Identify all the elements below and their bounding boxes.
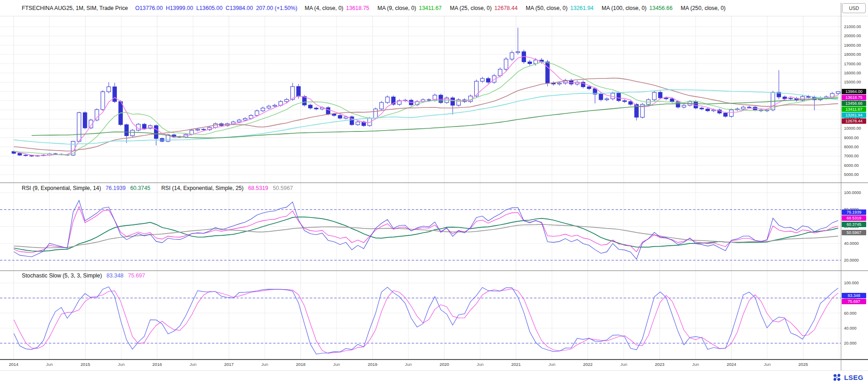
rsi1-signal-value: 60.3745 xyxy=(130,185,150,191)
svg-text:Jun: Jun xyxy=(261,362,268,367)
svg-text:Jun: Jun xyxy=(692,362,699,367)
lseg-logo-icon xyxy=(832,373,842,382)
stoch-d-line xyxy=(14,289,839,353)
rsi2-value: 68.5319 xyxy=(248,185,268,191)
ma50-badge: 13261.94 xyxy=(842,112,866,118)
svg-text:2018: 2018 xyxy=(296,362,305,367)
ma9-badge: 13411.67 xyxy=(842,107,866,112)
last-price-badge: 13984.00 xyxy=(842,89,866,94)
lseg-logo-text: LSEG xyxy=(844,374,863,381)
stoch-d-badge: 75.697 xyxy=(842,299,866,304)
stoch-label: Stochastic Slow (5, 3, 3, Simple) xyxy=(22,272,102,279)
chart-window: FTSECHINA AUG25, 1M, SIM, Trade Price O1… xyxy=(0,0,868,384)
stoch-lines xyxy=(14,287,839,354)
stoch-d-value: 75.697 xyxy=(128,272,145,279)
ma-line-100 xyxy=(32,98,838,138)
svg-text:Jun: Jun xyxy=(118,362,125,367)
svg-text:Jun: Jun xyxy=(333,362,340,367)
svg-text:2021: 2021 xyxy=(511,362,521,367)
svg-text:Jun: Jun xyxy=(189,362,196,367)
svg-text:2023: 2023 xyxy=(655,362,664,367)
svg-text:Jun: Jun xyxy=(46,362,53,367)
rsi-gridlines xyxy=(0,193,841,260)
rsi14-signal-badge: 50.5967 xyxy=(842,230,866,235)
chart-canvas[interactable]: 21000.0020000.0019000.0018000.0017000.00… xyxy=(0,0,868,384)
ma25-badge: 12678.44 xyxy=(842,118,866,124)
ma4-badge: 13618.75 xyxy=(842,95,866,100)
price-axis-column[interactable]: 13984.0013618.7513456.6613411.6713261.94… xyxy=(841,0,868,372)
stoch-k-value: 83.348 xyxy=(106,272,124,279)
svg-text:2022: 2022 xyxy=(583,362,593,367)
rsi1-value: 76.1939 xyxy=(106,185,125,191)
ma100-badge: 13456.66 xyxy=(842,101,866,106)
svg-text:Jun: Jun xyxy=(477,362,483,367)
ma-line-25 xyxy=(14,78,839,151)
rsi-lines xyxy=(14,200,839,259)
ma-line-9 xyxy=(14,62,839,155)
stoch-k-line xyxy=(14,287,839,354)
svg-text:2014: 2014 xyxy=(9,362,18,367)
rsi-pane-header: RSI (9, Exponential, Simple, 14) 76.1939… xyxy=(22,185,293,191)
stoch-gridlines xyxy=(0,283,841,343)
rsi9-badge: 76.1939 xyxy=(842,209,866,215)
svg-text:2020: 2020 xyxy=(439,362,449,367)
svg-text:Jun: Jun xyxy=(764,362,771,367)
stochastic-pane-header: Stochastic Slow (5, 3, 3, Simple) 83.348… xyxy=(22,272,145,279)
svg-text:2019: 2019 xyxy=(368,362,377,367)
svg-text:Jun: Jun xyxy=(549,362,555,367)
rsi1-label: RSI (9, Exponential, Simple, 14) xyxy=(22,185,101,191)
svg-text:2015: 2015 xyxy=(81,362,90,367)
svg-text:2024: 2024 xyxy=(727,362,736,367)
main-gridlines xyxy=(0,27,841,175)
svg-text:2016: 2016 xyxy=(152,362,162,367)
x-axis-labels: 2014Jun2015Jun2016Jun2017Jun2018Jun2019J… xyxy=(9,362,808,367)
rsi9-signal-badge: 60.3745 xyxy=(842,222,866,227)
lseg-logo: LSEG xyxy=(832,373,863,382)
rsi2-signal-value: 50.5967 xyxy=(273,185,293,191)
svg-text:Jun: Jun xyxy=(620,362,627,367)
rsi2-label: RSI (14, Exponential, Simple, 25) xyxy=(161,185,244,191)
rsi14-line xyxy=(14,207,839,253)
ma-lines xyxy=(14,56,839,156)
svg-text:2025: 2025 xyxy=(798,362,808,367)
rsi14-badge: 68.5319 xyxy=(842,215,866,221)
ma-line-50 xyxy=(14,90,839,144)
stoch-k-badge: 83.348 xyxy=(842,293,866,298)
svg-text:2017: 2017 xyxy=(224,362,234,367)
svg-text:Jun: Jun xyxy=(405,362,412,367)
